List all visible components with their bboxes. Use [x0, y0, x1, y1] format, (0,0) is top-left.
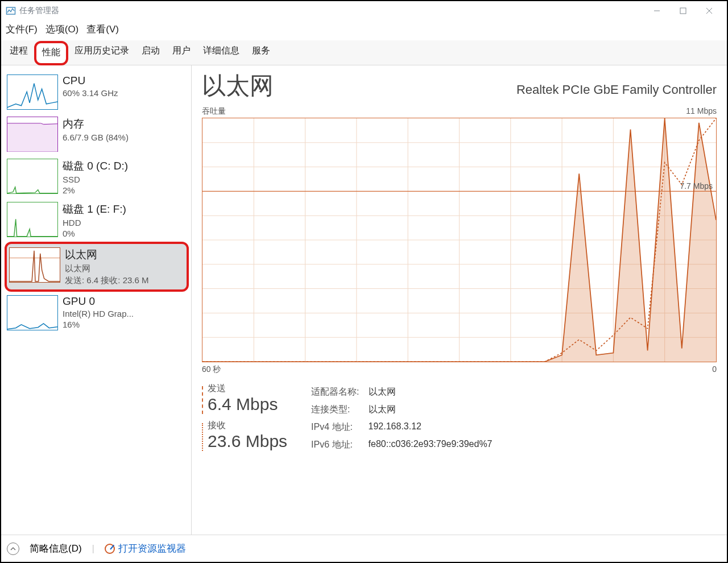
maximize-button[interactable] [670, 2, 696, 19]
sidebar-sub-ethernet-1: 以太网 [65, 263, 149, 274]
svg-rect-2 [680, 8, 686, 14]
minimize-button[interactable] [644, 2, 670, 19]
sidebar-thumb-memory [7, 117, 58, 152]
sidebar-item-ethernet[interactable]: 以太网 以太网 发送: 6.4 接收: 23.6 M [5, 242, 189, 292]
brief-info-button[interactable]: 简略信息(D) [30, 542, 82, 555]
sidebar-sub-disk0-2: 2% [63, 185, 128, 195]
dash-icon [202, 386, 203, 414]
menu-view[interactable]: 查看(V) [86, 23, 119, 36]
tab-startup[interactable]: 启动 [135, 41, 166, 65]
sidebar-title-ethernet: 以太网 [65, 247, 149, 262]
svg-rect-5 [7, 123, 57, 152]
recv-value: 23.6 Mbps [208, 432, 287, 451]
sidebar-title-gpu: GPU 0 [63, 295, 134, 308]
info-ipv4-label: IPv4 地址: [311, 419, 367, 436]
sidebar-item-disk0[interactable]: 磁盘 0 (C: D:) SSD 2% [5, 155, 189, 198]
chevron-up-icon[interactable] [7, 543, 19, 555]
stat-send: 发送 6.4 Mbps [202, 383, 287, 414]
titlebar: 任务管理器 [1, 1, 727, 20]
send-value: 6.4 Mbps [208, 395, 278, 414]
sidebar-title-disk1: 磁盘 1 (E: F:) [63, 202, 126, 217]
sidebar-sub-gpu-2: 16% [63, 320, 134, 329]
sidebar: CPU 60% 3.14 GHz 内存 6.6/7.9 GB (84%) 磁盘 … [1, 65, 192, 535]
info-ipv4: 192.168.3.12 [369, 419, 500, 436]
sidebar-title-memory: 内存 [63, 117, 129, 131]
main-panel: 以太网 Realtek PCIe GbE Family Controller 吞… [192, 65, 727, 535]
sidebar-item-cpu[interactable]: CPU 60% 3.14 GHz [5, 71, 189, 113]
send-label: 发送 [208, 383, 278, 395]
main-title: 以太网 [202, 70, 274, 102]
footer: 简略信息(D) | 打开资源监视器 [1, 535, 727, 562]
open-resource-monitor-label: 打开资源监视器 [118, 542, 186, 555]
tab-services[interactable]: 服务 [246, 41, 276, 65]
sidebar-sub-disk1-2: 0% [63, 229, 126, 238]
chart-ymax: 11 Mbps [686, 106, 717, 117]
sidebar-thumb-cpu [7, 74, 58, 110]
sidebar-sub-memory: 6.6/7.9 GB (84%) [63, 133, 129, 142]
info-conn-type: 以太网 [369, 401, 500, 418]
tabstrip: 进程 性能 应用历史记录 启动 用户 详细信息 服务 [1, 40, 727, 65]
info-adapter-name-label: 适配器名称: [311, 384, 367, 400]
sidebar-item-memory[interactable]: 内存 6.6/7.9 GB (84%) [5, 113, 189, 155]
throughput-chart: 7.7 Mbps [202, 118, 717, 362]
sidebar-thumb-disk0 [7, 159, 58, 194]
body: CPU 60% 3.14 GHz 内存 6.6/7.9 GB (84%) 磁盘 … [1, 65, 727, 535]
recv-label: 接收 [208, 420, 287, 432]
sidebar-item-disk1[interactable]: 磁盘 1 (E: F:) HDD 0% [5, 198, 189, 242]
app-icon [6, 6, 16, 16]
sidebar-thumb-ethernet [9, 247, 60, 283]
chart-xleft: 60 秒 [202, 365, 221, 375]
stat-recv: 接收 23.6 Mbps [202, 420, 287, 451]
chart-xright: 0 [712, 365, 717, 375]
tab-users[interactable]: 用户 [166, 41, 197, 65]
close-button[interactable] [696, 2, 722, 19]
sidebar-title-cpu: CPU [63, 74, 118, 87]
sidebar-sub-disk1-1: HDD [63, 218, 126, 227]
sidebar-sub-cpu: 60% 3.14 GHz [63, 88, 118, 98]
menubar: 文件(F) 选项(O) 查看(V) [1, 20, 727, 40]
sidebar-title-disk0: 磁盘 0 (C: D:) [63, 159, 128, 173]
dotted-icon [202, 423, 203, 451]
adapter-full-name: Realtek PCIe GbE Family Controller [516, 82, 717, 97]
sidebar-thumb-disk1 [7, 202, 58, 237]
menu-file[interactable]: 文件(F) [6, 23, 38, 36]
info-adapter-name: 以太网 [369, 384, 500, 400]
window-title: 任务管理器 [19, 6, 59, 16]
info-conn-type-label: 连接类型: [311, 401, 367, 418]
chart-reference-label: 7.7 Mbps [680, 181, 713, 191]
tab-processes[interactable]: 进程 [3, 41, 34, 65]
sidebar-sub-disk0-1: SSD [63, 175, 128, 184]
tab-performance[interactable]: 性能 [34, 41, 68, 65]
tab-app-history[interactable]: 应用历史记录 [68, 41, 135, 65]
open-resource-monitor-link[interactable]: 打开资源监视器 [105, 542, 186, 555]
sidebar-item-gpu[interactable]: GPU 0 Intel(R) HD Grap... 16% [5, 292, 189, 334]
tab-details[interactable]: 详细信息 [197, 41, 246, 65]
info-ipv6-label: IPv6 地址: [311, 437, 367, 453]
sidebar-sub-gpu-1: Intel(R) HD Grap... [63, 309, 134, 318]
chart-label: 吞吐量 [202, 106, 226, 117]
resource-monitor-icon [105, 544, 115, 554]
info-ipv6: fe80::c036:2e93:79e9:39ed%7 [369, 437, 500, 453]
menu-options[interactable]: 选项(O) [46, 23, 79, 36]
adapter-info-table: 适配器名称:以太网 连接类型:以太网 IPv4 地址:192.168.3.12 … [310, 383, 501, 454]
sidebar-sub-ethernet-2: 发送: 6.4 接收: 23.6 M [65, 275, 149, 286]
sidebar-thumb-gpu [7, 295, 58, 330]
